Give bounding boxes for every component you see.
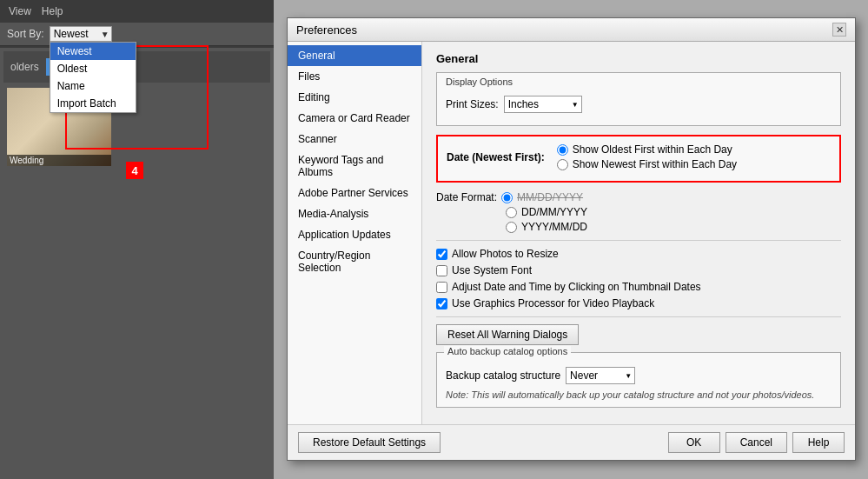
sort-option-oldest[interactable]: Oldest: [50, 60, 136, 77]
backup-title: Auto backup catalog options: [444, 346, 571, 356]
restore-defaults-button[interactable]: Restore Default Settings: [298, 432, 441, 453]
photo-grid: Wedding: [3, 84, 270, 170]
section-title: General: [436, 52, 841, 65]
date-format-ddmm: DD/MM/YYYY: [521, 206, 587, 218]
photos-area: olders + Wedding: [0, 48, 274, 479]
nav-item-updates[interactable]: Application Updates: [288, 224, 421, 245]
backup-select-wrap: Never Daily Weekly Monthly: [566, 367, 635, 384]
preferences-nav: General Files Editing Camera or Card Rea…: [288, 42, 422, 424]
dialog-body: General Files Editing Camera or Card Rea…: [288, 42, 855, 424]
menu-view[interactable]: View: [9, 5, 31, 17]
check-allow-resize: Allow Photos to Resize: [436, 248, 841, 260]
nav-item-country[interactable]: Country/Region Selection: [288, 245, 421, 278]
date-format-ddmm-row: DD/MM/YYYY: [506, 206, 841, 218]
nav-item-keyword[interactable]: Keyword Tags and Albums: [288, 150, 421, 183]
check-graphics-label: Use Graphics Processor for Video Playbac…: [452, 297, 654, 309]
check-system-font-label: Use System Font: [452, 264, 532, 276]
date-radio-newest-input[interactable]: [557, 159, 568, 170]
nav-item-general[interactable]: General: [288, 45, 421, 66]
print-sizes-select-wrap: Inches Centimeters: [504, 96, 582, 113]
check-adjust-date: Adjust Date and Time by Clicking on Thum…: [436, 281, 841, 293]
date-format-radio-yyyy[interactable]: [506, 222, 517, 233]
dialog-title: Preferences: [296, 23, 357, 37]
date-format-radio-mmdd[interactable]: [501, 192, 513, 203]
reset-warnings-button[interactable]: Reset All Warning Dialogs: [436, 324, 579, 345]
divider-2: [436, 316, 841, 317]
photo-label: Wedding: [7, 155, 111, 166]
sort-option-import[interactable]: Import Batch: [50, 95, 136, 112]
sort-option-name[interactable]: Name: [50, 77, 136, 95]
date-format-section: Date Format: MM/DD/YYYY DD/MM/YYYY YYYY/…: [436, 191, 841, 233]
date-radio-oldest-input[interactable]: [557, 144, 568, 156]
footer-buttons: OK Cancel Help: [668, 432, 845, 453]
date-format-radio-ddmm[interactable]: [506, 207, 517, 218]
date-format-yyyy-row: YYYY/MM/DD: [506, 221, 841, 233]
reset-button-strip: Reset All Warning Dialogs: [436, 324, 841, 345]
nav-item-files[interactable]: Files: [288, 66, 421, 87]
date-row: Date (Newest First): Show Oldest First w…: [447, 143, 831, 170]
backup-select[interactable]: Never Daily Weekly Monthly: [566, 367, 635, 384]
date-radio-newest: Show Newest First within Each Day: [557, 158, 737, 170]
check-graphics-input[interactable]: [436, 298, 447, 309]
date-format-label: Date Format:: [436, 191, 497, 203]
nav-item-scanner[interactable]: Scanner: [288, 129, 421, 150]
sort-dropdown-list: Newest Oldest Name Import Batch: [50, 42, 136, 113]
left-panel: View Help Sort By: ▼ Newest Oldest Name …: [0, 0, 274, 479]
backup-catalog-row: Backup catalog structure Never Daily Wee…: [446, 367, 832, 384]
menu-help[interactable]: Help: [42, 5, 63, 17]
nav-item-editing[interactable]: Editing: [288, 87, 421, 108]
date-format-label-row: Date Format: MM/DD/YYYY: [436, 191, 841, 203]
divider-1: [436, 240, 841, 241]
toolbar: Sort By: ▼ Newest Oldest Name Import Bat…: [0, 23, 274, 46]
step-badge: 4: [126, 162, 143, 179]
nav-item-camera[interactable]: Camera or Card Reader: [288, 108, 421, 129]
display-options-title: Display Options: [446, 77, 832, 87]
date-options-box: Date (Newest First): Show Oldest First w…: [436, 135, 841, 183]
check-adjust-date-label: Adjust Date and Time by Clicking on Thum…: [452, 281, 701, 293]
help-button[interactable]: Help: [792, 432, 845, 453]
check-adjust-date-input[interactable]: [436, 282, 447, 293]
check-allow-resize-input[interactable]: [436, 249, 447, 260]
backup-group: Auto backup catalog options Backup catal…: [436, 352, 841, 408]
date-radio-group: Show Oldest First within Each Day Show N…: [557, 143, 737, 170]
check-allow-resize-label: Allow Photos to Resize: [452, 248, 559, 260]
check-system-font: Use System Font: [436, 264, 841, 276]
sort-label: Sort By:: [7, 28, 44, 40]
print-sizes-label: Print Sizes:: [446, 98, 499, 110]
sort-option-newest[interactable]: Newest: [50, 43, 136, 60]
display-options-group: Display Options Print Sizes: Inches Cent…: [436, 72, 841, 126]
print-sizes-select[interactable]: Inches Centimeters: [504, 96, 582, 113]
date-format-yyyy: YYYY/MM/DD: [521, 221, 587, 233]
backup-catalog-label: Backup catalog structure: [446, 369, 560, 382]
dialog-title-bar: Preferences ✕: [288, 18, 855, 42]
close-button[interactable]: ✕: [832, 23, 846, 37]
check-graphics: Use Graphics Processor for Video Playbac…: [436, 297, 841, 309]
sort-input[interactable]: [50, 26, 112, 42]
date-format-mmdd: MM/DD/YYYY: [517, 191, 583, 203]
folders-label: olders +: [3, 51, 270, 83]
sort-dropdown-container: ▼ Newest Oldest Name Import Batch: [50, 26, 112, 42]
nav-item-adobe[interactable]: Adobe Partner Services: [288, 183, 421, 203]
folders-text: olders: [10, 61, 39, 73]
check-system-font-input[interactable]: [436, 265, 447, 276]
backup-note: Note: This will automatically back up yo…: [446, 389, 832, 400]
date-radio-oldest: Show Oldest First within Each Day: [557, 143, 737, 156]
print-sizes-row: Print Sizes: Inches Centimeters: [446, 96, 832, 113]
dialog-footer: Restore Default Settings OK Cancel Help: [288, 424, 855, 460]
nav-item-media[interactable]: Media-Analysis: [288, 203, 421, 224]
cancel-button[interactable]: Cancel: [726, 432, 787, 453]
date-radio-newest-label: Show Newest First within Each Day: [573, 158, 737, 170]
ok-button[interactable]: OK: [668, 432, 720, 453]
preferences-dialog: Preferences ✕ General Files Editing Came…: [287, 17, 856, 461]
date-label: Date (Newest First):: [447, 151, 545, 163]
preferences-content: General Display Options Print Sizes: Inc…: [422, 42, 855, 424]
checkboxes-group: Allow Photos to Resize Use System Font A…: [436, 248, 841, 309]
menu-bar: View Help: [0, 0, 274, 23]
date-radio-oldest-label: Show Oldest First within Each Day: [573, 143, 732, 156]
